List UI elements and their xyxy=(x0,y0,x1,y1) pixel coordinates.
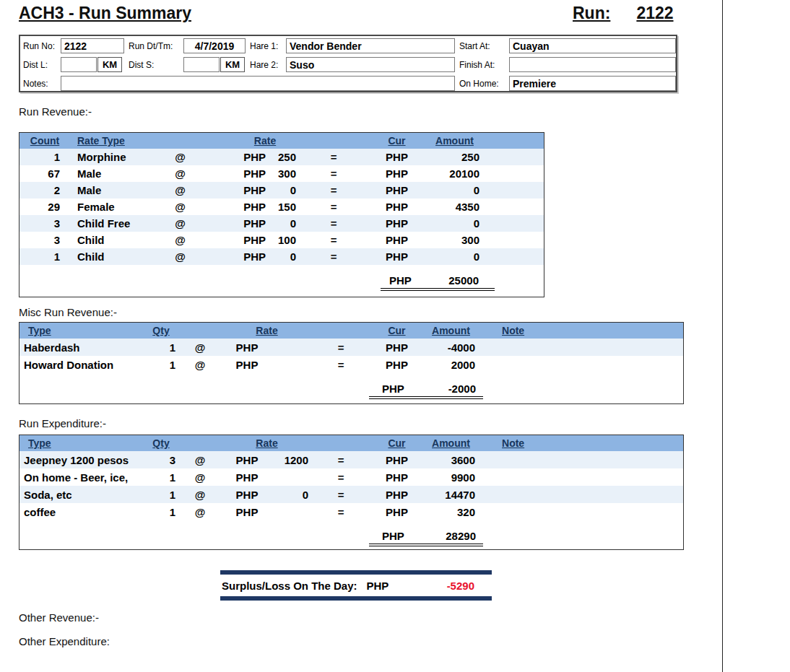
col-header-qty: Qty xyxy=(135,435,178,451)
count-cell: 2 xyxy=(19,182,70,198)
misc-revenue-total: PHP -2000 xyxy=(369,382,483,399)
hare2-input[interactable] xyxy=(286,57,455,72)
rate-cell xyxy=(272,356,312,373)
dist-l-input[interactable] xyxy=(61,57,97,72)
table-row: coffee 1 @ PHP = PHP 320 xyxy=(19,503,683,520)
note-cell xyxy=(478,356,683,373)
qty-cell: 3 xyxy=(135,451,178,468)
surplus-currency: PHP xyxy=(367,580,389,592)
notes-label: Notes: xyxy=(23,79,48,89)
type-cell: coffee xyxy=(19,503,135,520)
col-header-note: Note xyxy=(478,323,683,339)
amount-cell: -4000 xyxy=(424,339,478,356)
count-cell: 67 xyxy=(19,165,70,182)
note-cell xyxy=(478,468,683,486)
amount-cell: 3600 xyxy=(424,451,478,468)
rate-cur-cell: PHP xyxy=(200,149,269,165)
page-title: ACH3 - Run Summary xyxy=(19,4,191,23)
rate-cur-cell: PHP xyxy=(200,215,269,232)
rate-cur-cell: PHP xyxy=(200,165,269,182)
amount-cell: 320 xyxy=(424,503,478,520)
rate-cell xyxy=(272,503,312,520)
run-expenditure-section-title: Run Expenditure:- xyxy=(19,417,106,429)
col-header-note: Note xyxy=(478,435,683,451)
run-expenditure-table: Type Qty Rate Cur Amount Note Jeepney 12… xyxy=(19,435,683,520)
note-cell xyxy=(478,451,683,468)
qty-cell: 1 xyxy=(135,356,178,373)
type-cell: Howard Donation xyxy=(19,356,135,373)
rate-cur-cell: PHP xyxy=(222,503,272,520)
equals-cell: = xyxy=(298,165,370,182)
col-header-cur: Cur xyxy=(370,435,424,451)
rate-cell: 300 xyxy=(269,165,298,182)
rate-cell: 0 xyxy=(272,486,312,503)
col-header-spacer xyxy=(178,323,222,339)
qty-cell: 1 xyxy=(135,486,178,503)
rate-cell: 250 xyxy=(269,149,298,165)
col-header-spacer xyxy=(312,323,370,339)
at-cell: @ xyxy=(178,486,222,503)
col-header-spacer xyxy=(312,435,370,451)
run-date-label: Run Dt/Tm: xyxy=(129,41,173,51)
run-date-input[interactable] xyxy=(183,38,246,53)
on-home-label: On Home: xyxy=(459,79,499,89)
run-header: Run:2122 xyxy=(573,4,674,23)
col-header-amount: Amount xyxy=(424,435,478,451)
count-cell: 1 xyxy=(19,149,70,165)
cur-cell: PHP xyxy=(370,182,424,198)
table-row: Haberdash 1 @ PHP = PHP -4000 xyxy=(19,339,683,356)
amount-cell: 250 xyxy=(424,149,485,165)
start-at-input[interactable] xyxy=(509,38,676,53)
count-cell: 29 xyxy=(19,198,70,215)
rate-cell: 1200 xyxy=(272,451,312,468)
col-header-cur: Cur xyxy=(370,323,424,339)
col-header-rate-type: Rate Type xyxy=(70,133,160,149)
total-amount: 28290 xyxy=(446,530,476,542)
equals-cell: = xyxy=(298,182,370,198)
rate-type-cell: Female xyxy=(70,198,160,215)
finish-at-input[interactable] xyxy=(509,57,676,72)
at-cell: @ xyxy=(160,165,200,182)
col-header-rate: Rate xyxy=(222,435,312,451)
note-cell xyxy=(478,486,683,503)
rate-cur-cell: PHP xyxy=(222,339,272,356)
at-cell: @ xyxy=(160,149,200,165)
qty-cell: 1 xyxy=(135,503,178,520)
type-cell: On home - Beer, ice, xyxy=(19,468,135,486)
run-info-panel: Run No: Run Dt/Tm: Hare 1: Start At: Dis… xyxy=(19,35,677,92)
run-revenue-table: Count Rate Type Rate Cur Amount 1 Morphi… xyxy=(19,133,544,265)
surplus-label: Surplus/Loss On The Day: xyxy=(222,580,357,592)
dist-l-label: Dist L: xyxy=(23,60,48,70)
report-page-edge-line xyxy=(722,0,723,672)
rate-cell: 0 xyxy=(269,248,298,265)
total-currency: PHP xyxy=(382,530,404,542)
table-row: 1 Morphine @ PHP 250 = PHP 250 xyxy=(19,149,544,165)
total-currency: PHP xyxy=(389,274,412,287)
col-header-rate: Rate xyxy=(222,323,312,339)
hare1-input[interactable] xyxy=(286,38,455,53)
at-cell: @ xyxy=(160,232,200,248)
surplus-amount: -5290 xyxy=(447,580,474,592)
run-expenditure-header-row: Type Qty Rate Cur Amount Note xyxy=(19,435,683,451)
hare2-label: Hare 2: xyxy=(250,60,278,70)
notes-input[interactable] xyxy=(61,76,455,91)
amount-cell: 9900 xyxy=(424,468,478,486)
rate-cur-cell: PHP xyxy=(222,468,272,486)
cur-cell: PHP xyxy=(370,451,424,468)
on-home-input[interactable] xyxy=(509,76,676,91)
table-row: 3 Child Free @ PHP 0 = PHP 0 xyxy=(19,215,544,232)
equals-cell: = xyxy=(298,232,370,248)
run-label: Run: xyxy=(573,4,610,22)
run-no-label: Run No: xyxy=(23,41,55,51)
rate-type-cell: Child xyxy=(70,232,160,248)
rate-cell: 0 xyxy=(269,182,298,198)
cur-cell: PHP xyxy=(370,215,424,232)
misc-revenue-table-panel: Type Qty Rate Cur Amount Note Haberdash … xyxy=(19,322,684,404)
table-row: 67 Male @ PHP 300 = PHP 20100 xyxy=(19,165,544,182)
equals-cell: = xyxy=(312,339,370,356)
run-no-input[interactable] xyxy=(61,38,124,53)
table-row: Howard Donation 1 @ PHP = PHP 2000 xyxy=(19,356,683,373)
rate-cur-cell: PHP xyxy=(200,232,269,248)
at-cell: @ xyxy=(160,198,200,215)
dist-s-input[interactable] xyxy=(183,57,220,72)
